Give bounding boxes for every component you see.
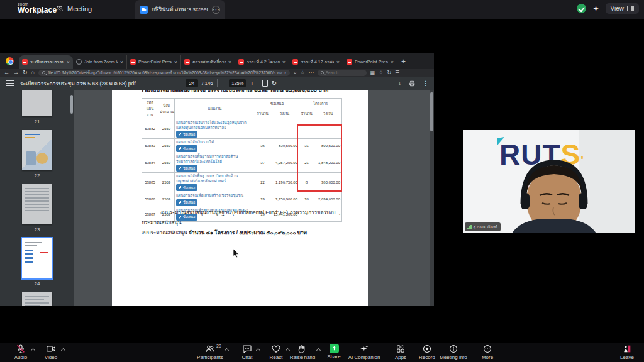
sidebar-scrollbar[interactable] bbox=[70, 95, 73, 114]
col-header-count: จำนวน bbox=[255, 109, 270, 119]
plan-link[interactable]: แผนงานวิจัยเงินรายได้และเงินอุดหนุนจากแห… bbox=[176, 120, 253, 130]
security-shield-icon[interactable] bbox=[577, 4, 586, 13]
sparkle-icon bbox=[359, 344, 369, 354]
browser-window: ระเบียบวาระการประชุม สวพ.5- × Join from … bbox=[0, 53, 434, 306]
close-icon[interactable]: × bbox=[174, 59, 177, 65]
pdf-menu-icon[interactable] bbox=[6, 80, 14, 86]
fit-page-icon[interactable] bbox=[262, 80, 268, 87]
print-icon[interactable] bbox=[409, 80, 415, 87]
pdf-favicon bbox=[238, 59, 244, 65]
close-icon[interactable]: × bbox=[391, 59, 394, 65]
back-icon[interactable]: ← bbox=[4, 70, 9, 75]
page-number-input[interactable] bbox=[186, 79, 198, 87]
plan-link[interactable]: แผนงานวิจัยเงินรายได้ bbox=[176, 140, 253, 145]
browser-navbar: ← → ↻ ⌂ file:///D:/My%20Drive/ข้อมูลวิจั… bbox=[0, 69, 434, 77]
address-bar[interactable]: file:///D:/My%20Drive/ข้อมูลวิจัยเลขา%20… bbox=[38, 70, 290, 76]
pdf-toolbar: ระเบียบวาระการประชุม สวพ.5-68 (28 พ.ค.68… bbox=[0, 77, 434, 90]
tab-meeting[interactable]: Meeting bbox=[55, 4, 92, 13]
more-button[interactable]: More bbox=[469, 344, 506, 360]
participant-video-tile[interactable]: RUTS' สถาบันวิจัย และพัฒนา มหาวิทยาลัยเท… bbox=[463, 130, 635, 233]
plan-link[interactable]: แผนงานวิจัยพื้นฐานมหาวิทยาลัยด้านวิทยาศา… bbox=[176, 154, 253, 164]
thumbnail-page-22[interactable]: 22 bbox=[0, 130, 74, 178]
browser-tab-3[interactable]: PowerPoint Presentation × bbox=[127, 55, 181, 69]
close-icon[interactable]: × bbox=[336, 59, 340, 65]
leave-button[interactable]: Leave bbox=[609, 344, 644, 360]
meeting-info-button[interactable]: Meeting info bbox=[433, 344, 474, 360]
kebab-menu-icon[interactable]: ⋮ bbox=[423, 80, 429, 87]
search-icon bbox=[42, 71, 45, 74]
thumbnail-page-21[interactable]: 21 bbox=[0, 90, 74, 124]
ai-companion-button[interactable]: AI Companion bbox=[343, 344, 385, 360]
more-icon bbox=[482, 344, 492, 354]
zoom-page-icon[interactable]: ⌕ bbox=[294, 70, 296, 76]
apps-icon bbox=[396, 344, 406, 354]
extensions-icon[interactable]: ☆ bbox=[379, 70, 383, 75]
download-proposal-button[interactable]: ข้อเสนอ bbox=[176, 145, 197, 152]
home-icon[interactable]: ⌂ bbox=[31, 70, 35, 75]
sync-icon[interactable]: ↻ bbox=[387, 70, 391, 75]
zoom-out-button[interactable]: − bbox=[221, 80, 225, 87]
rotate-icon[interactable]: ↻ bbox=[272, 80, 277, 87]
tab-label: PowerPoint Presentation bbox=[355, 60, 388, 64]
zoom-in-button[interactable]: + bbox=[250, 80, 253, 87]
table-row: 538862569 แผนงานวิจัยเพื่อเสริมสร้างเชิง… bbox=[142, 192, 342, 207]
download-proposal-button[interactable]: ข้อเสนอ bbox=[176, 184, 197, 191]
ai-sparkle-icon[interactable]: ✦ bbox=[592, 4, 599, 13]
pdf-filename: ระเบียบวาระการประชุม สวพ.5-68 (28 พ.ค.68… bbox=[20, 79, 136, 88]
tab-label: วาระที่ 4.2 โครงการ(งบบูรณาก bbox=[247, 58, 280, 65]
pdf-favicon bbox=[347, 59, 352, 65]
share-screen-icon bbox=[330, 344, 339, 353]
zoom-level-value[interactable]: 135% bbox=[229, 79, 246, 87]
video-options-chevron[interactable] bbox=[61, 348, 65, 353]
chrome-logo-icon[interactable] bbox=[6, 57, 14, 65]
download-icon bbox=[179, 167, 182, 170]
apps-grid-icon[interactable]: ▦ bbox=[370, 70, 375, 75]
download-proposal-button[interactable]: ข้อเสนอ bbox=[176, 199, 197, 206]
url-text: file:///D:/My%20Drive/ข้อมูลวิจัยเลขา%20… bbox=[48, 70, 286, 76]
menu-icon[interactable]: ☰ bbox=[395, 70, 399, 75]
search-input[interactable] bbox=[326, 70, 364, 75]
col-header-plan: แผนงาน bbox=[175, 99, 255, 119]
col-header-amount: วงเงิน bbox=[270, 109, 299, 119]
close-icon[interactable]: × bbox=[67, 59, 70, 65]
reload-icon[interactable]: ↻ bbox=[23, 70, 28, 75]
pdf-favicon bbox=[130, 59, 136, 65]
download-icon[interactable]: ↓ bbox=[398, 80, 401, 87]
browser-tab-6[interactable]: วาระที่ 4.12 ภาพผลงานวิจัย.pdf × bbox=[289, 55, 343, 69]
thumbnail-label: 22 bbox=[35, 173, 40, 178]
close-icon[interactable]: × bbox=[120, 59, 123, 65]
video-button[interactable]: Video bbox=[33, 344, 69, 360]
plan-link[interactable]: แผนงานวิจัยพื้นฐานมหาวิทยาลัยด้านมนุษยศา… bbox=[176, 173, 253, 184]
browser-tab-7[interactable]: PowerPoint Presentation × bbox=[343, 55, 397, 69]
participants-options-chevron[interactable] bbox=[225, 348, 229, 353]
participants-button[interactable]: Participants 20 bbox=[190, 344, 230, 360]
thumbnail-page-24-selected[interactable]: 24 bbox=[0, 238, 74, 287]
new-tab-button[interactable]: + bbox=[401, 57, 406, 66]
pdf-thumbnail-sidebar[interactable]: 21 22 23 bbox=[0, 90, 74, 306]
plan-link[interactable]: แผนงานวิจัยเพื่อเสริมสร้างเชิงวิจัยชุมชน bbox=[176, 193, 253, 198]
forward-icon[interactable]: → bbox=[13, 70, 19, 75]
bookmark-star-icon[interactable]: ☆ bbox=[300, 70, 304, 75]
tab-more-icon[interactable]: ⋯ bbox=[212, 6, 220, 14]
download-proposal-button[interactable]: ข้อเสนอ bbox=[176, 165, 197, 172]
browser-tab-5[interactable]: วาระที่ 4.2 โครงการ(งบบูรณาก × bbox=[235, 55, 289, 69]
overflow-icon[interactable]: ⋯ bbox=[309, 70, 314, 75]
pdf-scrollbar[interactable] bbox=[430, 90, 434, 306]
tab-shared-screen[interactable]: กษิรินันท์ สทพ.'s screen ⋯ bbox=[135, 0, 225, 19]
tab-label: PowerPoint Presentation bbox=[138, 60, 172, 64]
page-total-label: / 146 bbox=[202, 80, 213, 86]
download-proposal-button[interactable]: ข้อเสนอ bbox=[176, 131, 197, 138]
browser-tab-1[interactable]: ระเบียบวาระการประชุม สวพ.5- × bbox=[19, 55, 73, 69]
thumbnail-label: 21 bbox=[35, 119, 40, 124]
close-icon[interactable]: × bbox=[282, 59, 286, 65]
brand-workplace: Workplace bbox=[18, 6, 57, 14]
view-button[interactable]: View bbox=[606, 3, 640, 14]
thumbnail-page-25[interactable]: 25 bbox=[0, 292, 74, 306]
pdf-favicon bbox=[184, 59, 190, 65]
close-icon[interactable]: × bbox=[228, 59, 231, 65]
thumbnail-page-23[interactable]: 23 bbox=[0, 184, 74, 233]
thumbnail-label: 23 bbox=[35, 227, 40, 233]
browser-tab-4[interactable]: ตรวจสอบสิทธิ์การเบิกจ่ายเงิน × bbox=[181, 55, 235, 69]
quick-search-box[interactable] bbox=[318, 70, 367, 76]
browser-tab-2[interactable]: Join from Zoom Workplace : × bbox=[73, 55, 127, 69]
